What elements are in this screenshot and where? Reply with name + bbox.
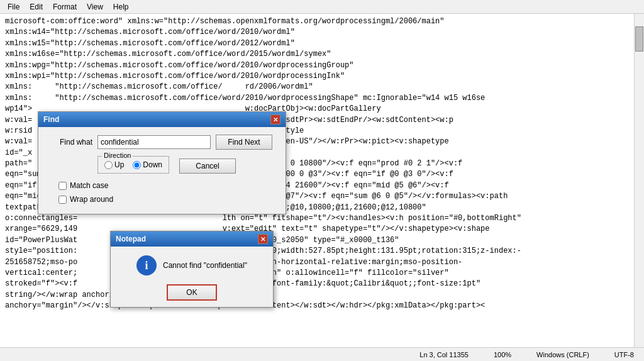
info-icon: i [136,255,157,275]
menu-format[interactable]: Format [48,1,82,13]
statusbar-encoding: UTF-8 [609,351,639,358]
find-what-label: Find what [48,138,92,147]
direction-down-radio[interactable] [133,161,141,169]
direction-down-text: Down [143,160,162,169]
cancel-button[interactable]: Cancel [179,158,236,174]
menu-file[interactable]: File [3,1,25,13]
match-case-checkbox[interactable] [58,182,67,190]
wrap-around-checkbox[interactable] [58,196,67,204]
ok-button[interactable]: OK [167,284,217,301]
direction-group: Direction Up Down [97,156,169,174]
find-next-button[interactable]: Find Next [216,135,272,150]
menu-view[interactable]: View [82,1,108,13]
notepad-dialog-close[interactable]: ✕ [258,234,268,244]
find-dialog: Find ✕ Find what Find Next Direction Up [38,111,286,214]
notepad-message-text: Cannot find "confidential" [163,261,247,270]
find-dialog-title: Find [43,115,59,124]
statusbar-position: Ln 3, Col 11355 [414,351,474,358]
find-dialog-titlebar: Find ✕ [38,112,286,127]
direction-up-text: Up [114,160,124,169]
statusbar: Ln 3, Col 11355 100% Windows (CRLF) UTF-… [0,347,644,361]
notepad-dialog: Notepad ✕ i Cannot find "confidential" O… [110,231,274,308]
notepad-message-row: i Cannot find "confidential" [136,255,247,275]
find-what-input[interactable] [97,135,211,149]
notepad-dialog-body: i Cannot find "confidential" OK [111,247,273,307]
statusbar-zoom: 100% [489,351,516,358]
menu-edit[interactable]: Edit [25,1,48,13]
find-dialog-body: Find what Find Next Direction Up [38,127,286,214]
menu-help[interactable]: Help [108,1,134,13]
menubar: File Edit Format View Help [0,0,644,14]
find-what-row: Find what Find Next [48,135,275,150]
wrap-around-label: Wrap around [70,195,113,204]
scrollbar-vertical[interactable] [634,14,644,347]
notepad-dialog-titlebar: Notepad ✕ [111,231,273,247]
wrap-around-row[interactable]: Wrap around [58,195,169,204]
find-dialog-close[interactable]: ✕ [270,114,280,125]
direction-radio-row: Up Down [104,160,162,169]
match-case-label: Match case [70,181,108,190]
direction-up-label[interactable]: Up [104,160,124,169]
direction-legend: Direction [102,152,133,159]
match-case-row[interactable]: Match case [58,181,169,190]
notepad-dialog-title: Notepad [116,235,146,243]
scrollbar-thumb[interactable] [635,26,643,52]
statusbar-line-endings: Windows (CRLF) [531,351,594,358]
direction-up-radio[interactable] [104,161,113,169]
direction-down-label[interactable]: Down [133,160,162,169]
main-content: microsoft-com:office:word" xmlns:w="http… [0,14,644,347]
